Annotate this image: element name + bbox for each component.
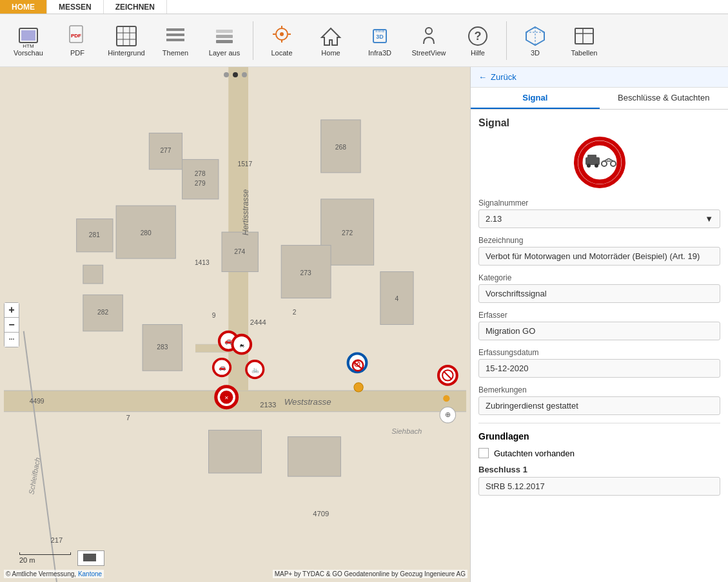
back-arrow-icon: ← xyxy=(478,72,487,82)
toolbar: HTM Vorschau PDF PDF Hintergrund Themen … xyxy=(0,14,728,67)
top-navigation: HOME MESSEN ZEICHNEN xyxy=(0,0,728,14)
svg-point-107 xyxy=(595,164,598,168)
zoom-out-button[interactable]: − xyxy=(5,318,19,332)
svg-text:Weststrasse: Weststrasse xyxy=(284,397,331,407)
copyright-text: © Amtliche Vermessung, xyxy=(6,570,76,577)
gutachten-checkbox-row: Gutachten vorhanden xyxy=(478,448,720,458)
map-legend xyxy=(77,550,104,566)
layer-aus-button[interactable]: Layer aus xyxy=(201,17,248,64)
svg-rect-105 xyxy=(587,155,596,160)
tabellen-icon xyxy=(573,24,596,48)
svg-text:2444: 2444 xyxy=(250,318,266,326)
pdf-icon: PDF xyxy=(66,24,89,48)
svg-text:🚗: 🚗 xyxy=(219,364,226,371)
bemerkungen-group: Bemerkungen Zubringerdienst gestattet xyxy=(478,385,720,415)
layer-aus-label: Layer aus xyxy=(209,49,240,57)
home-button[interactable]: Home xyxy=(308,17,354,64)
signalnummer-text: 2.13 xyxy=(486,214,502,224)
pdf-button[interactable]: PDF PDF xyxy=(54,17,101,64)
dot-2[interactable] xyxy=(233,72,238,77)
erfassungsdatum-value: 15-12-2020 xyxy=(478,359,720,378)
svg-rect-15 xyxy=(216,40,233,43)
svg-point-99 xyxy=(354,383,363,392)
svg-text:278: 278 xyxy=(195,170,206,177)
infra3d-label: Infra3D xyxy=(368,49,391,57)
map-svg: 268 277 278 279 280 281 282 283 272 xyxy=(0,67,470,582)
dot-1[interactable] xyxy=(224,72,229,77)
vorschau-button[interactable]: HTM Vorschau xyxy=(5,17,52,64)
kategorie-label: Kategorie xyxy=(478,273,720,282)
kantone-link[interactable]: Kantone xyxy=(78,570,102,577)
nav-zeichnen[interactable]: ZEICHNEN xyxy=(104,0,167,14)
toolbar-divider-2 xyxy=(506,21,507,60)
svg-rect-14 xyxy=(216,35,233,38)
themen-button[interactable]: Themen xyxy=(152,17,199,64)
3d-button[interactable]: 3D xyxy=(512,17,558,64)
svg-text:283: 283 xyxy=(157,344,168,351)
panel-tabs: Signal Beschlüsse & Gutachten xyxy=(471,88,728,110)
svg-text:PDF: PDF xyxy=(71,33,81,39)
erfasser-value: Migration GO xyxy=(478,322,720,340)
map-area[interactable]: 268 277 278 279 280 281 282 283 272 xyxy=(0,67,470,582)
svg-rect-11 xyxy=(166,34,184,36)
tabellen-button[interactable]: Tabellen xyxy=(561,17,607,64)
hintergrund-icon xyxy=(115,24,138,48)
zoom-dots-button[interactable]: ··· xyxy=(5,333,19,347)
streetview-button[interactable]: StreetView xyxy=(406,17,452,64)
svg-rect-42 xyxy=(182,159,219,199)
svg-rect-70 xyxy=(288,437,340,476)
nav-messen[interactable]: MESSEN xyxy=(47,0,104,14)
streetview-label: StreetView xyxy=(412,49,446,57)
hintergrund-label: Hintergrund xyxy=(108,49,144,57)
back-label: Zurück xyxy=(491,72,516,82)
svg-point-26 xyxy=(426,28,432,34)
svg-rect-69 xyxy=(209,430,262,473)
svg-text:1517: 1517 xyxy=(237,160,252,168)
svg-rect-49 xyxy=(83,265,103,284)
tab-beschluesse[interactable]: Beschlüsse & Gutachten xyxy=(600,88,729,109)
svg-text:4: 4 xyxy=(395,295,399,302)
erfasser-label: Erfasser xyxy=(478,311,720,320)
svg-text:273: 273 xyxy=(300,269,311,276)
bezeichnung-group: Bezeichnung Verbot für Motorwagen und Mo… xyxy=(478,236,720,266)
bemerkungen-label: Bemerkungen xyxy=(478,385,720,394)
panel-content: Signal xyxy=(471,110,728,503)
beschluss-value: StRB 5.12.2017 xyxy=(478,477,720,496)
infra3d-button[interactable]: 3DInfra Infra3D xyxy=(357,17,403,64)
svg-text:2: 2 xyxy=(293,309,297,316)
zoom-in-button[interactable]: + xyxy=(5,303,19,317)
map-credit-right: MAP+ by TYDAC & GO Geodatenonline by Geo… xyxy=(273,570,467,578)
kategorie-value: Vorschriftssignal xyxy=(478,284,720,303)
gutachten-checkbox[interactable] xyxy=(478,448,489,458)
tab-signal[interactable]: Signal xyxy=(471,88,600,109)
svg-text:282: 282 xyxy=(97,309,108,316)
svg-rect-29 xyxy=(575,28,593,44)
signalnummer-value[interactable]: 2.13 ▼ xyxy=(478,209,720,228)
map-copyright: © Amtliche Vermessung, Kantone xyxy=(4,570,104,578)
svg-text:⊕: ⊕ xyxy=(445,411,451,418)
vorschau-label: Vorschau xyxy=(14,49,43,57)
nav-home[interactable]: HOME xyxy=(0,0,47,14)
svg-point-106 xyxy=(587,164,591,168)
section-title: Signal xyxy=(478,117,720,129)
dot-3[interactable] xyxy=(242,72,247,77)
svg-text:4499: 4499 xyxy=(30,398,44,405)
main-content: 268 277 278 279 280 281 282 283 272 xyxy=(0,67,728,582)
locate-button[interactable]: Locate xyxy=(259,17,305,64)
toolbar-divider-1 xyxy=(253,21,253,60)
zoom-controls: + − ··· xyxy=(4,302,19,347)
hilfe-button[interactable]: ? Hilfe xyxy=(455,17,501,64)
signalnummer-group: Signalnummer 2.13 ▼ xyxy=(478,199,720,228)
bemerkungen-value: Zubringerdienst gestattet xyxy=(478,396,720,415)
scale-line xyxy=(19,552,71,555)
signal-icon-container xyxy=(478,137,720,188)
back-button[interactable]: ← Zurück xyxy=(471,67,728,88)
svg-text:🚗: 🚗 xyxy=(224,336,233,345)
hilfe-label: Hilfe xyxy=(471,49,485,57)
pdf-label: PDF xyxy=(70,49,84,57)
svg-rect-10 xyxy=(166,28,184,31)
hintergrund-button[interactable]: Hintergrund xyxy=(103,17,150,64)
svg-rect-1 xyxy=(21,30,35,41)
svg-text:✕: ✕ xyxy=(224,395,229,401)
svg-text:Infra: Infra xyxy=(375,28,384,33)
